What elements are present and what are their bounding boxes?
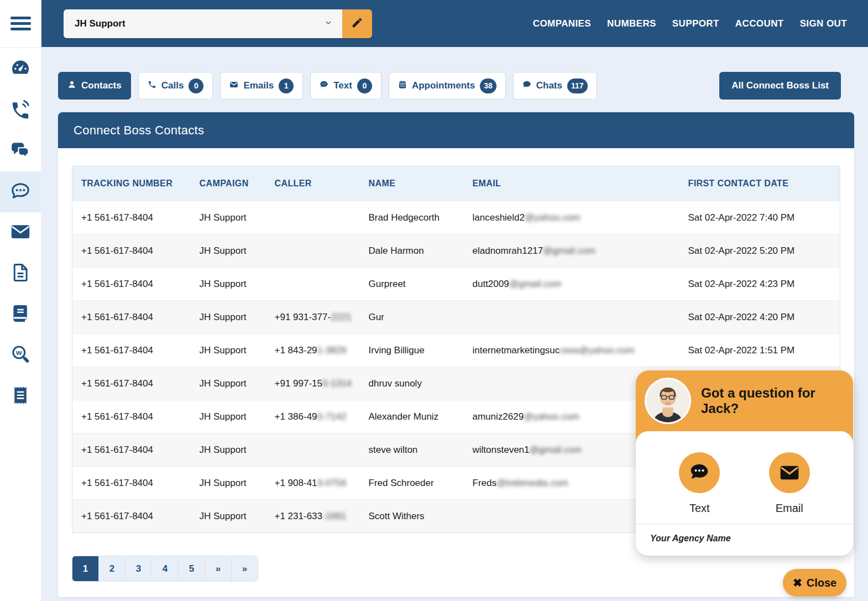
sidebar-item-text-messages[interactable]	[0, 171, 41, 212]
page-1[interactable]: 1	[72, 556, 99, 581]
cell-name: Gurpreet	[362, 268, 466, 301]
email-action-button[interactable]: Email	[769, 452, 810, 515]
table-row[interactable]: +1 561-617-8404 JH Support Dale Harmon e…	[72, 234, 840, 268]
sidebar-item-dashboard[interactable]	[0, 49, 41, 90]
table-row[interactable]: +1 561-617-8404 JH Support +91 931-377-2…	[72, 301, 840, 334]
chat-widget-question: Got a question for Jack?	[701, 385, 844, 416]
cell-tracking-number: +1 561-617-8404	[72, 334, 193, 367]
cell-name: Irving Billigue	[362, 334, 466, 367]
sidebar-item-documents[interactable]	[0, 253, 41, 294]
receipt-icon	[10, 385, 31, 408]
comment-icon	[320, 80, 328, 92]
cell-email: eladnomrah1217@gmail.com	[466, 234, 682, 268]
top-navigation: COMPANIES NUMBERS SUPPORT ACCOUNT SIGN O…	[533, 18, 847, 29]
cell-name: Dale Harmon	[362, 234, 466, 268]
nav-support[interactable]: SUPPORT	[672, 18, 719, 29]
cell-caller: +1 843-291-3829	[268, 334, 362, 367]
sidebar-item-contacts-book[interactable]	[0, 294, 41, 335]
cell-caller	[268, 433, 362, 467]
user-icon	[67, 80, 76, 92]
tab-badge: 1	[279, 79, 294, 93]
col-email: EMAIL	[466, 166, 682, 201]
cell-caller: +1 908-413-0756	[268, 467, 362, 500]
cell-caller: +91 931-377-2221	[268, 301, 362, 334]
tab-badge: 0	[189, 79, 203, 93]
cell-campaign: JH Support	[193, 234, 268, 268]
page-2[interactable]: 2	[99, 556, 126, 581]
cell-tracking-number: +1 561-617-8404	[72, 433, 193, 467]
nav-sign-out[interactable]: SIGN OUT	[800, 18, 847, 29]
cell-campaign: JH Support	[193, 334, 268, 367]
tab-label: Appointments	[412, 80, 475, 91]
chevron-down-icon	[325, 18, 332, 29]
email-action-label: Email	[776, 502, 803, 515]
sidebar-item-receipts[interactable]	[0, 376, 41, 417]
cell-tracking-number: +1 561-617-8404	[72, 400, 193, 433]
sidebar-item-calls[interactable]	[0, 90, 41, 130]
sidebar-items: w	[0, 48, 41, 417]
tab-calls[interactable]: Calls 0	[138, 72, 213, 100]
cell-tracking-number: +1 561-617-8404	[72, 500, 193, 533]
cell-campaign: JH Support	[193, 433, 268, 467]
comment-dots-icon	[10, 180, 31, 203]
close-widget-button[interactable]: ✖ Close	[783, 569, 846, 597]
text-action-label: Text	[689, 502, 710, 515]
company-select[interactable]: JH Support	[64, 9, 342, 38]
address-book-icon	[10, 303, 31, 326]
col-first-contact-date: FIRST CONTACT DATE	[682, 166, 840, 201]
cell-name: Gur	[362, 301, 466, 334]
cell-tracking-number: +1 561-617-8404	[72, 201, 193, 234]
tab-label: Calls	[161, 80, 184, 91]
cell-caller: +1 231-633-1691	[268, 500, 362, 533]
chat-widget: Got a question for Jack? Text Email Your…	[636, 370, 853, 556]
cell-first-contact-date: Sat 02-Apr-2022 4:23 PM	[682, 268, 840, 301]
cell-campaign: JH Support	[193, 367, 268, 400]
sidebar-item-conversations[interactable]	[0, 130, 41, 171]
menu-toggle-icon[interactable]	[11, 14, 31, 33]
tab-emails[interactable]: Emails 1	[220, 72, 303, 100]
pencil-icon	[351, 17, 363, 30]
cell-tracking-number: +1 561-617-8404	[72, 301, 193, 334]
sidebar-item-email[interactable]	[0, 212, 41, 253]
table-header-row: TRACKING NUMBER CAMPAIGN CALLER NAME EMA…	[72, 166, 840, 201]
cell-name: Fred Schroeder	[362, 467, 466, 500]
page-last[interactable]: »	[232, 556, 258, 581]
cell-first-contact-date: Sat 02-Apr-2022 7:40 PM	[682, 201, 840, 234]
table-row[interactable]: +1 561-617-8404 JH Support Brad Hedgecor…	[72, 201, 840, 234]
cell-campaign: JH Support	[193, 301, 268, 334]
avatar	[645, 378, 691, 424]
page-3[interactable]: 3	[126, 556, 152, 581]
pagination: 1 2 3 4 5 » »	[72, 556, 258, 582]
tab-text[interactable]: Text 0	[310, 72, 381, 100]
edit-company-button[interactable]	[342, 9, 372, 38]
cell-campaign: JH Support	[193, 400, 268, 433]
tab-label: Text	[333, 80, 352, 91]
topbar: JH Support COMPANIES NUMBERS SUPPORT ACC…	[41, 0, 868, 47]
chat-widget-actions: Text Email	[636, 431, 853, 524]
text-action-button[interactable]: Text	[679, 452, 720, 515]
table-row[interactable]: +1 561-617-8404 JH Support +1 843-291-38…	[72, 334, 840, 367]
cell-campaign: JH Support	[193, 500, 268, 533]
nav-numbers[interactable]: NUMBERS	[607, 18, 656, 29]
tab-appointments[interactable]: Appointments 38	[389, 72, 506, 100]
svg-text:w: w	[15, 348, 22, 357]
nav-companies[interactable]: COMPANIES	[533, 18, 591, 29]
nav-account[interactable]: ACCOUNT	[735, 18, 784, 29]
table-row[interactable]: +1 561-617-8404 JH Support Gurpreet dutt…	[72, 268, 840, 301]
tab-badge: 0	[357, 79, 372, 93]
all-connect-boss-list-button[interactable]: All Connect Boss List	[719, 72, 841, 100]
cell-first-contact-date: Sat 02-Apr-2022 5:20 PM	[682, 234, 840, 268]
cell-email	[466, 301, 682, 334]
phone-volume-icon	[10, 98, 31, 122]
tab-chats[interactable]: Chats 117	[513, 72, 597, 100]
page-forward[interactable]: »	[205, 556, 232, 581]
envelope-icon	[769, 452, 810, 493]
sidebar-item-keyword-search[interactable]: w	[0, 335, 41, 376]
page-4[interactable]: 4	[152, 556, 179, 581]
page-next[interactable]: 5	[179, 556, 205, 581]
cell-tracking-number: +1 561-617-8404	[72, 467, 193, 500]
tab-label: Emails	[243, 80, 274, 91]
sidebar-header	[0, 0, 41, 48]
close-label: Close	[807, 577, 836, 589]
tab-contacts[interactable]: Contacts	[58, 72, 131, 100]
